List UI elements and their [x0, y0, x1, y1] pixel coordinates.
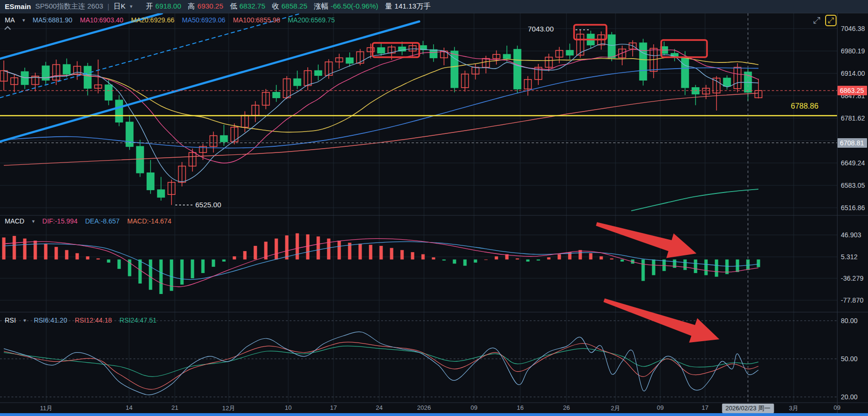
ma-legend-item: MA20:6929.66	[131, 16, 174, 24]
macd-hist-bar	[369, 245, 373, 260]
price-axis-label: 6649.24	[841, 159, 865, 167]
macd-hist-bar	[484, 259, 488, 260]
expand-icon[interactable]: ⤢	[813, 15, 820, 26]
candle-body	[378, 48, 385, 53]
bottom-accent-line	[0, 413, 868, 416]
divider: |	[108, 2, 110, 10]
macd-hist-bar	[547, 257, 551, 259]
rsi-axis-label: 20.00	[841, 393, 858, 401]
time-axis-label: 12月	[222, 404, 235, 413]
price-axis-label: 6781.62	[841, 114, 865, 122]
quote-field-value: -66.50(-0.96%)	[331, 2, 378, 11]
macd-hist-bar	[327, 239, 331, 260]
annotation-arrow	[596, 222, 696, 258]
macd-axis-label: 5.312	[841, 253, 858, 261]
time-axis-label: 2月	[611, 404, 620, 413]
period-selector[interactable]: 日K	[114, 2, 126, 11]
ma-legend: MA ▾ MA5:6881.90MA10:6903.40MA20:6929.66…	[5, 16, 335, 24]
rsi-legend-item: RSI6:41.20	[34, 316, 67, 324]
price-axis-label: 6914.00	[841, 70, 865, 77]
chevron-down-icon[interactable]: ▾	[23, 317, 26, 324]
trend-channel-line	[0, 13, 301, 98]
chart-canvas[interactable]	[0, 0, 868, 416]
macd-hist-bar	[610, 258, 614, 259]
macd-hist-bar	[34, 241, 37, 260]
macd-hist-bar	[222, 259, 226, 261]
chevron-down-icon[interactable]: ▾	[32, 218, 35, 224]
time-axis-label: 2026	[417, 404, 431, 411]
quote-field-label: 低	[230, 2, 237, 11]
macd-hist-bar	[191, 259, 194, 278]
high-marker-label: 7043.00	[528, 25, 554, 33]
price-axis-label: 7046.38	[841, 25, 865, 32]
candle-body	[116, 100, 123, 122]
rsi-axis-label: 80.00	[841, 317, 858, 325]
macd-hist-bar	[715, 259, 718, 276]
macd-hist-bar	[495, 256, 498, 260]
quote-field-value: 6832.75	[240, 2, 265, 11]
candle-body	[566, 51, 574, 55]
time-axis-label: 24	[376, 404, 383, 411]
low-marker-label: 6525.00	[195, 201, 221, 209]
macd-hist-bar	[149, 259, 152, 290]
macd-legend-title: MACD	[5, 217, 24, 225]
candle-body	[514, 50, 521, 89]
macd-hist-bar	[443, 259, 446, 260]
quote-field-label: 高	[188, 2, 195, 11]
macd-hist-bar	[181, 259, 184, 284]
macd-axis-label: -77.870	[841, 296, 863, 304]
price-axis-label: 6980.19	[841, 47, 865, 55]
quote-field-value: 6858.25	[282, 2, 307, 11]
macd-hist-bar	[537, 259, 540, 260]
quote-field-value: 6930.25	[197, 2, 223, 11]
candle-body	[682, 57, 689, 88]
rsi-legend-item: RSI12:44.18	[75, 316, 112, 324]
macd-hist-bar	[359, 244, 362, 260]
candle-body	[273, 92, 280, 98]
price-axis-label: 6516.86	[841, 204, 865, 212]
macd-hist-bar	[76, 253, 79, 259]
candle-body	[137, 146, 144, 172]
rsi12-line	[4, 342, 758, 389]
quote-field: 开6918.00	[146, 2, 181, 11]
macd-hist-bar	[380, 246, 383, 260]
settle-price-badge: 6708.81	[838, 138, 867, 148]
axis-border	[837, 13, 838, 413]
quote-field: 量141.13万手	[385, 2, 431, 11]
macd-legend-item: MACD:-14.674	[127, 217, 172, 225]
macd-hist-bar	[401, 250, 404, 260]
candle-body	[294, 79, 301, 85]
ma-legend-item: MA5:6881.90	[33, 16, 72, 24]
candle-body	[315, 71, 322, 75]
macd-hist-bar	[621, 259, 624, 261]
macd-hist-bar	[694, 259, 697, 273]
candle-body	[608, 35, 616, 58]
macd-axis-label: 46.903	[841, 231, 861, 239]
price-axis-label: 6583.05	[841, 182, 865, 189]
quote-field-value: 6918.00	[155, 2, 181, 11]
chevron-down-icon[interactable]: ▾	[130, 3, 133, 10]
candle-body	[147, 173, 154, 190]
quote-field-label: 开	[146, 2, 153, 11]
macd-hist-bar	[233, 256, 236, 260]
quote-topbar: ESmain SP500指数主连 2603 | 日K ▾ 开6918.00高69…	[0, 0, 868, 13]
macd-hist-bar	[317, 236, 320, 259]
chevron-down-icon[interactable]: ▾	[22, 17, 25, 23]
time-axis-label: 17	[330, 404, 337, 411]
candle-body	[158, 190, 165, 197]
rsi-legend: RSI ▾ RSI6:41.20RSI12:44.18RSI24:47.51	[5, 316, 157, 324]
candle-body	[105, 85, 112, 100]
macd-hist-bar	[526, 259, 530, 261]
fullscreen-icon[interactable]: ⤢	[825, 15, 837, 26]
ma-legend-item: MA100:6855.98	[233, 16, 280, 24]
ma200-line	[631, 189, 758, 211]
time-axis-label: 11月	[40, 404, 53, 413]
candle-body	[724, 78, 731, 86]
quote-fields: 开6918.00高6930.25低6832.75收6858.25涨幅-66.50…	[146, 2, 431, 11]
quote-field: 涨幅-66.50(-0.96%)	[314, 2, 378, 11]
time-axis-label: 09	[657, 404, 664, 411]
macd-hist-bar	[464, 259, 467, 265]
collapse-chevron-icon[interactable]	[4, 24, 11, 32]
macd-hist-bar	[212, 259, 215, 266]
macd-hist-bar	[285, 235, 289, 260]
